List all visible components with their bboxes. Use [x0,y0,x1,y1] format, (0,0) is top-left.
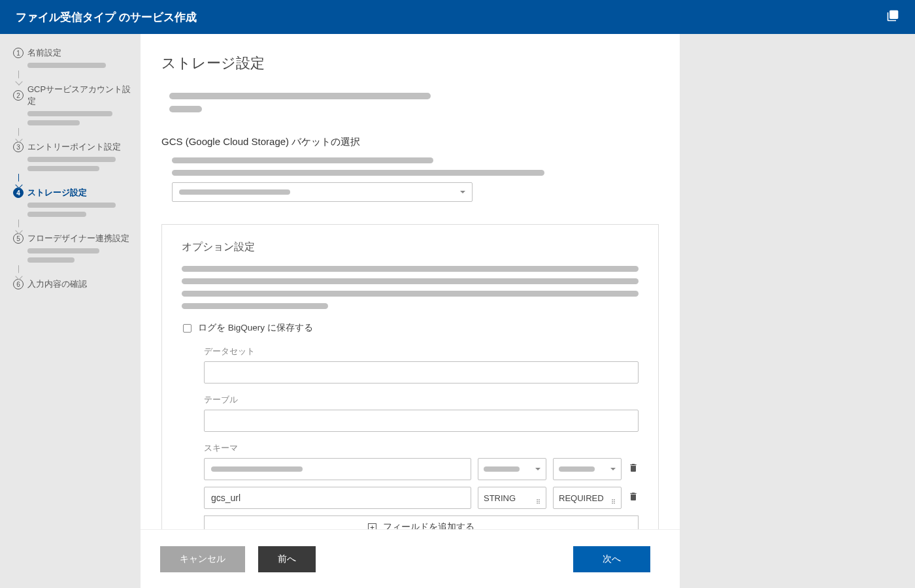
chevron-down-icon [536,496,541,500]
table-input[interactable] [204,410,639,432]
step-5[interactable]: 5フローデザイナー連携設定 [13,233,133,244]
footer: キャンセル 前へ 次へ [141,529,680,588]
table-label: テーブル [204,394,639,406]
cancel-button[interactable]: キャンセル [160,546,245,572]
step-3[interactable]: 3エントリーポイント設定 [13,141,133,153]
step-label: フローデザイナー連携設定 [27,233,129,244]
schema-mode-select[interactable]: REQUIRED [553,487,622,509]
step-4-active[interactable]: 4ストレージ設定 [13,187,133,199]
option-panel: オプション設定 ログを BigQuery に保存する データセット テーブル [161,224,659,529]
stepper-sidebar: 1名前設定 2GCPサービスアカウント設定 3エントリーポイント設定 4ストレー… [0,34,141,588]
trash-icon[interactable] [628,462,639,476]
step-6[interactable]: 6入力内容の確認 [13,278,133,290]
main: 1名前設定 2GCPサービスアカウント設定 3エントリーポイント設定 4ストレー… [0,34,915,588]
trash-icon[interactable] [628,491,639,505]
chevron-down-icon [460,191,465,193]
content-scroll: ストレージ設定 GCS (Google Cloud Storage) バケットの… [141,34,680,529]
next-button[interactable]: 次へ [573,546,650,572]
library-icon[interactable] [886,9,899,25]
chevron-down-icon [611,496,616,500]
page-title: ファイル受信タイプ のサービス作成 [16,10,197,25]
content-title: ストレージ設定 [161,54,659,73]
option-panel-title: オプション設定 [182,240,639,254]
checkbox-label: ログを BigQuery に保存する [198,322,313,334]
prev-button[interactable]: 前へ [258,546,316,572]
step-1[interactable]: 1名前設定 [13,47,133,59]
header: ファイル受信タイプ のサービス作成 [0,0,915,34]
step-label: エントリーポイント設定 [27,141,121,153]
bigquery-checkbox-row[interactable]: ログを BigQuery に保存する [183,322,639,334]
schema-name-input[interactable] [204,487,471,509]
dataset-input[interactable] [204,361,639,384]
step-number-icon: 1 [13,48,24,58]
step-number-icon: 5 [13,233,24,244]
dataset-label: データセット [204,346,639,357]
chevron-down-icon [610,468,616,470]
schema-type-select[interactable]: STRING [478,487,546,509]
schema-row [204,458,639,480]
step-2[interactable]: 2GCPサービスアカウント設定 [13,84,133,107]
add-field-button[interactable]: + フィールドを追加する [204,515,639,529]
step-label: ストレージ設定 [27,187,87,199]
schema-label: スキーマ [204,442,639,454]
content-area: ストレージ設定 GCS (Google Cloud Storage) バケットの… [141,34,915,588]
step-number-icon: 3 [13,142,24,152]
step-number-icon: 6 [13,279,24,289]
step-number-icon: 4 [13,188,24,198]
step-label: 入力内容の確認 [27,278,87,290]
add-icon: + [368,523,376,530]
chevron-down-icon [535,468,541,470]
add-field-label: フィールドを追加する [383,521,474,529]
schema-mode-select[interactable] [553,458,622,480]
schema-type-select[interactable] [478,458,546,480]
step-label: GCPサービスアカウント設定 [27,84,133,107]
checkbox-icon[interactable] [183,324,191,333]
bucket-section-title: GCS (Google Cloud Storage) バケットの選択 [161,136,659,148]
bucket-select[interactable] [172,182,473,202]
step-label: 名前設定 [27,47,61,59]
schema-row: STRING REQUIRED [204,487,639,509]
step-number-icon: 2 [13,90,24,101]
